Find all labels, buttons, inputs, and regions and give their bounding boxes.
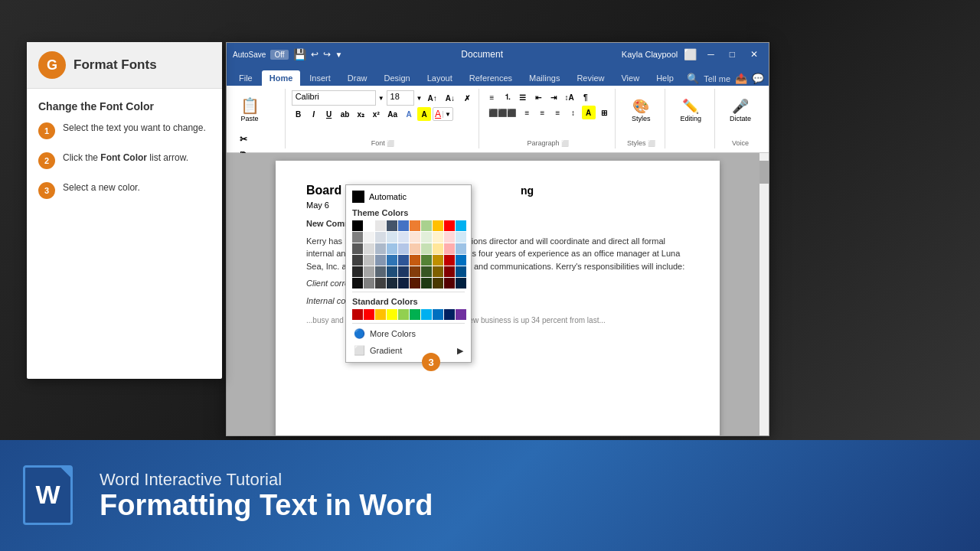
theme-color-cell[interactable] bbox=[398, 220, 409, 231]
share-icon[interactable]: 📤 bbox=[735, 73, 747, 84]
bold-button[interactable]: B bbox=[292, 107, 305, 121]
maximize-btn[interactable]: □ bbox=[725, 47, 740, 61]
bullets-button[interactable]: ≡ bbox=[485, 90, 499, 104]
autosave-toggle[interactable]: Off bbox=[270, 50, 288, 60]
theme-color-cell[interactable] bbox=[410, 266, 420, 277]
save-icon[interactable]: 💾 bbox=[293, 48, 306, 60]
sort-button[interactable]: ↕A bbox=[562, 90, 577, 104]
theme-color-cell[interactable] bbox=[352, 243, 363, 254]
theme-color-cell[interactable] bbox=[375, 266, 386, 277]
customize-icon[interactable]: ▼ bbox=[335, 51, 343, 59]
font-color-button[interactable]: A bbox=[433, 109, 443, 119]
tab-help[interactable]: Help bbox=[648, 70, 681, 86]
numbering-button[interactable]: ⒈ bbox=[501, 90, 514, 104]
decrease-indent-btn[interactable]: ⇤ bbox=[531, 90, 545, 104]
theme-color-cell[interactable] bbox=[398, 266, 409, 277]
theme-color-cell[interactable] bbox=[398, 232, 409, 243]
theme-color-cell[interactable] bbox=[398, 278, 409, 289]
standard-color-cell[interactable] bbox=[387, 309, 397, 320]
standard-color-cell[interactable] bbox=[444, 309, 455, 320]
paste-button[interactable]: 📋 Paste bbox=[236, 90, 263, 130]
theme-color-cell[interactable] bbox=[410, 255, 420, 266]
automatic-option[interactable]: Automatic bbox=[349, 188, 468, 205]
theme-color-cell[interactable] bbox=[421, 232, 432, 243]
theme-color-cell[interactable] bbox=[421, 266, 432, 277]
standard-color-cell[interactable] bbox=[398, 309, 409, 320]
align-center-btn[interactable]: ≡ bbox=[521, 106, 534, 119]
scrollbar-thumb[interactable] bbox=[760, 161, 769, 184]
theme-color-cell[interactable] bbox=[387, 278, 397, 289]
theme-color-cell[interactable] bbox=[375, 278, 386, 289]
theme-color-cell[interactable] bbox=[444, 266, 455, 277]
styles-button[interactable]: 🎨 Styles bbox=[622, 90, 660, 130]
standard-color-cell[interactable] bbox=[364, 309, 374, 320]
theme-color-cell[interactable] bbox=[421, 220, 432, 231]
decrease-font-btn[interactable]: A↓ bbox=[443, 90, 458, 106]
theme-color-cell[interactable] bbox=[387, 220, 397, 231]
undo-icon[interactable]: ↩ bbox=[311, 49, 318, 60]
tab-layout[interactable]: Layout bbox=[420, 70, 460, 86]
text-effects-button[interactable]: A bbox=[402, 107, 416, 121]
standard-color-cell[interactable] bbox=[421, 309, 432, 320]
theme-color-cell[interactable] bbox=[375, 232, 386, 243]
theme-color-cell[interactable] bbox=[352, 220, 363, 231]
gradient-option[interactable]: ⬜ Gradient ▶ bbox=[349, 342, 468, 359]
search-icon[interactable]: 🔍 bbox=[687, 73, 699, 84]
tell-me-label[interactable]: Tell me bbox=[704, 74, 730, 83]
tab-home[interactable]: Home bbox=[262, 70, 301, 86]
standard-color-cell[interactable] bbox=[433, 309, 443, 320]
theme-color-cell[interactable] bbox=[375, 243, 386, 254]
standard-color-cell[interactable] bbox=[410, 309, 420, 320]
font-size-arrow[interactable]: ▼ bbox=[416, 95, 423, 102]
more-colors-option[interactable]: 🔵 More Colors bbox=[349, 325, 468, 342]
minimize-btn[interactable]: ─ bbox=[703, 47, 719, 61]
case-button[interactable]: Aa bbox=[384, 107, 400, 121]
align-left-btn[interactable]: ⬛⬛⬛ bbox=[485, 106, 519, 119]
font-expand-icon[interactable]: ⬜ bbox=[387, 140, 394, 147]
theme-color-cell[interactable] bbox=[364, 255, 374, 266]
align-right-btn[interactable]: ≡ bbox=[536, 106, 550, 119]
underline-button[interactable]: U bbox=[322, 107, 336, 121]
redo-icon[interactable]: ↪ bbox=[323, 49, 331, 60]
theme-color-cell[interactable] bbox=[375, 255, 386, 266]
theme-color-cell[interactable] bbox=[410, 243, 420, 254]
subscript-button[interactable]: x₂ bbox=[354, 107, 368, 121]
font-color-arrow[interactable]: ▼ bbox=[443, 111, 452, 118]
font-size-input[interactable]: 18 bbox=[387, 90, 414, 106]
theme-color-cell[interactable] bbox=[364, 232, 374, 243]
theme-color-cell[interactable] bbox=[433, 232, 443, 243]
ribbon-display-btn[interactable]: ⬜ bbox=[684, 48, 697, 60]
styles-expand-icon[interactable]: ⬜ bbox=[648, 140, 655, 147]
text-highlight-button[interactable]: A bbox=[417, 107, 431, 121]
cut-button[interactable]: ✂ bbox=[236, 132, 250, 146]
clear-format-btn[interactable]: ✗ bbox=[460, 90, 474, 106]
tab-view[interactable]: View bbox=[613, 70, 647, 86]
theme-color-cell[interactable] bbox=[456, 232, 466, 243]
tab-draw[interactable]: Draw bbox=[340, 70, 375, 86]
theme-color-cell[interactable] bbox=[433, 243, 443, 254]
font-name-dropdown[interactable]: Calibri bbox=[292, 90, 376, 106]
theme-color-cell[interactable] bbox=[444, 278, 455, 289]
theme-color-cell[interactable] bbox=[352, 278, 363, 289]
vertical-scrollbar[interactable] bbox=[760, 153, 769, 435]
theme-color-cell[interactable] bbox=[444, 232, 455, 243]
dictate-button[interactable]: 🎤 Dictate bbox=[721, 90, 760, 130]
theme-color-cell[interactable] bbox=[433, 220, 443, 231]
increase-indent-btn[interactable]: ⇥ bbox=[547, 90, 560, 104]
theme-color-cell[interactable] bbox=[456, 278, 466, 289]
tab-mailings[interactable]: Mailings bbox=[521, 70, 567, 86]
theme-color-cell[interactable] bbox=[456, 243, 466, 254]
tab-design[interactable]: Design bbox=[376, 70, 417, 86]
font-color-group[interactable]: A ▼ bbox=[433, 107, 453, 121]
line-spacing-btn[interactable]: ↕ bbox=[567, 106, 580, 119]
theme-color-cell[interactable] bbox=[410, 220, 420, 231]
comments-icon[interactable]: 💬 bbox=[752, 73, 764, 84]
theme-color-cell[interactable] bbox=[421, 255, 432, 266]
tab-insert[interactable]: Insert bbox=[302, 70, 338, 86]
tab-review[interactable]: Review bbox=[569, 70, 612, 86]
theme-color-cell[interactable] bbox=[444, 220, 455, 231]
standard-color-cell[interactable] bbox=[456, 309, 466, 320]
editing-button[interactable]: ✏️ Editing bbox=[671, 90, 710, 130]
strikethrough-button[interactable]: ab bbox=[338, 107, 353, 121]
theme-color-cell[interactable] bbox=[410, 232, 420, 243]
